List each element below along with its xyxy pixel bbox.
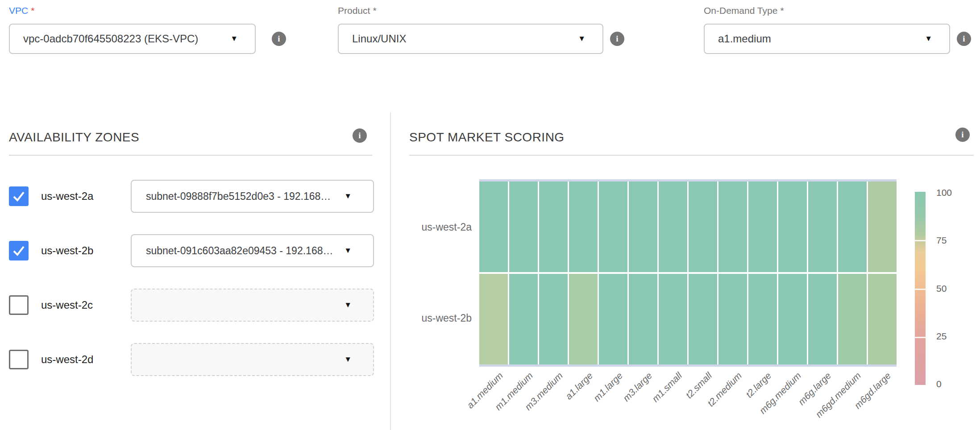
checkbox-us-west-2a[interactable] [9,186,29,206]
heatmap-cell [539,274,568,364]
subnet-select-us-west-2d[interactable]: ▼ [131,343,374,376]
section-divider [9,155,372,156]
heatmap-cell [718,182,747,272]
checkbox-us-west-2c[interactable] [9,295,29,315]
heatmap-cell [868,274,897,364]
info-icon[interactable]: i [955,128,970,142]
heatmap-cell [778,182,807,272]
heatmap-column-label: m1.small [650,370,684,404]
heatmap-cell [659,274,687,364]
chevron-down-icon: ▼ [230,34,238,43]
info-icon[interactable]: i [610,32,624,46]
heatmap-cell [569,182,598,272]
zone-label: us-west-2b [41,244,93,257]
chevron-down-icon: ▼ [344,246,352,255]
subnet-select-value: subnet-091c603aa82e09453 - 192.168… [146,245,333,257]
colorbar-tick-label: 0 [936,379,942,389]
chevron-down-icon: ▼ [925,34,932,43]
availability-zones-title: AVAILABILITY ZONES [9,130,139,145]
on-demand-type-label: On-Demand Type* [704,5,784,16]
chevron-down-icon: ▼ [578,34,586,43]
heatmap-bottom-edge [479,364,897,367]
vertical-section-divider [390,112,391,430]
heatmap-cell [748,182,777,272]
checkmark-icon [9,241,29,260]
vpc-select-value: vpc-0adcb70f645508223 (EKS-VPC) [23,33,198,45]
heatmap-cell [718,274,747,364]
subnet-select-us-west-2b[interactable]: subnet-091c603aa82e09453 - 192.168… ▼ [131,234,374,267]
subnet-select-us-west-2a[interactable]: subnet-09888f7be5152d0e3 - 192.168… ▼ [131,180,374,213]
heatmap-cell [689,274,717,364]
vpc-select[interactable]: vpc-0adcb70f645508223 (EKS-VPC) ▼ [9,24,256,54]
colorbar-separator [915,289,926,290]
info-icon[interactable]: i [957,32,971,46]
zone-label: us-west-2c [41,299,93,311]
heatmap-cell [509,182,538,272]
heatmap-cell [838,274,867,364]
colorbar-separator [915,240,926,241]
heatmap-row-label: us-west-2a [400,221,472,233]
heatmap-cell [599,274,627,364]
checkbox-us-west-2d[interactable] [9,350,29,369]
heatmap-column-label: m1.large [591,370,625,404]
checkbox-us-west-2b[interactable] [9,241,29,260]
spot-market-heatmap [479,182,897,364]
heatmap-cell [479,182,508,272]
product-select-value: Linux/UNIX [352,33,406,45]
required-asterisk: * [780,5,784,16]
product-label: Product* [338,5,377,16]
colorbar-tick-label: 75 [936,235,947,246]
zone-label: us-west-2a [41,190,93,203]
heatmap-column-label: a1.large [563,370,595,402]
colorbar-separator [915,337,926,338]
heatmap-cell [808,274,837,364]
product-select[interactable]: Linux/UNIX ▼ [338,24,603,54]
heatmap-cell [539,182,568,272]
vpc-label: VPC* [9,5,34,16]
subnet-select-value: subnet-09888f7be5152d0e3 - 192.168… [146,190,331,203]
on-demand-type-select-value: a1.medium [718,33,771,45]
colorbar-tick-label: 25 [936,331,947,342]
chevron-down-icon: ▼ [344,192,352,201]
chevron-down-icon: ▼ [344,355,352,364]
colorbar-tick-label: 100 [936,187,952,198]
heatmap-cell [509,274,538,364]
heatmap-cell [599,182,627,272]
checkmark-icon [9,186,29,206]
heatmap-column-label: t2.small [684,370,714,401]
heatmap-cell [479,274,508,364]
heatmap-cell [778,274,807,364]
chevron-down-icon: ▼ [344,301,352,310]
info-icon[interactable]: i [272,32,286,46]
heatmap-row-label: us-west-2b [400,312,472,324]
on-demand-type-select[interactable]: a1.medium ▼ [704,24,950,54]
heatmap-cell [629,182,657,272]
required-asterisk: * [31,5,34,16]
spot-market-scoring-title: SPOT MARKET SCORING [409,130,565,145]
heatmap-cell [838,182,867,272]
heatmap-cell [629,274,657,364]
subnet-select-us-west-2c[interactable]: ▼ [131,289,374,322]
heatmap-cell [868,182,897,272]
required-asterisk: * [373,5,376,16]
zone-label: us-west-2d [41,353,93,366]
heatmap-cell [659,182,687,272]
section-divider [409,155,974,156]
info-icon[interactable]: i [353,128,367,143]
heatmap-column-label: t2.large [744,370,774,400]
heatmap-cell [808,182,837,272]
heatmap-cell [748,274,777,364]
heatmap-column-label: m3.large [621,370,655,404]
heatmap-cell [569,274,598,364]
colorbar-tick-label: 50 [936,283,947,294]
heatmap-cell [689,182,717,272]
